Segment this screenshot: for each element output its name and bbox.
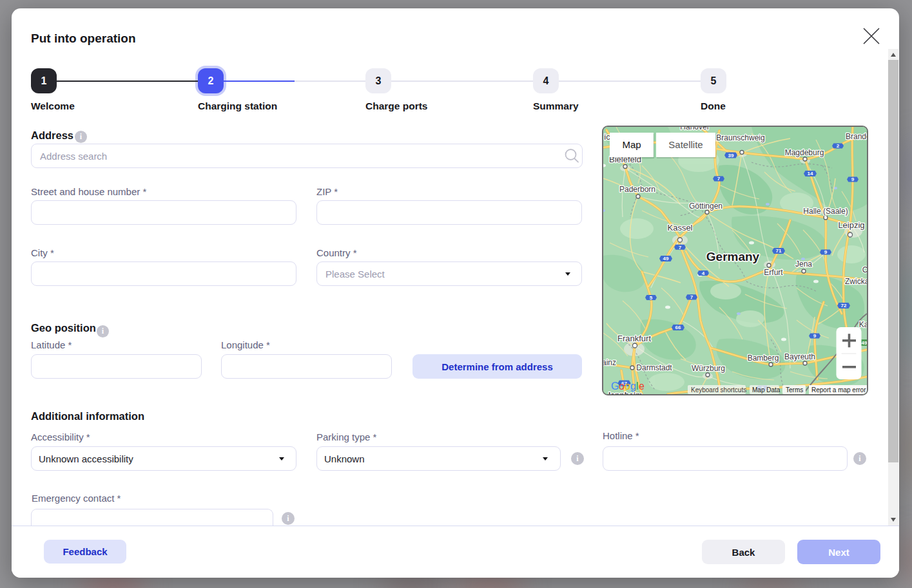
svg-text:Brandenb: Brandenb: [846, 132, 867, 141]
svg-text:9: 9: [813, 333, 817, 339]
svg-text:C: C: [862, 265, 867, 274]
svg-text:o: o: [619, 381, 625, 392]
svg-text:7: 7: [690, 294, 694, 300]
svg-text:Erfurt: Erfurt: [764, 268, 783, 277]
svg-text:14: 14: [808, 171, 813, 176]
svg-text:5: 5: [650, 295, 653, 301]
svg-text:o: o: [625, 381, 630, 392]
svg-text:g: g: [630, 381, 636, 392]
svg-text:Braunschweig: Braunschweig: [716, 133, 764, 142]
svg-text:9: 9: [851, 176, 855, 182]
svg-text:Map Data: Map Data: [752, 386, 781, 394]
svg-text:Satellite: Satellite: [668, 139, 703, 150]
svg-text:Kar: Kar: [859, 320, 867, 329]
svg-text:9: 9: [824, 249, 828, 255]
svg-text:Germany: Germany: [706, 250, 760, 263]
svg-text:66: 66: [675, 325, 681, 330]
svg-text:71: 71: [776, 248, 782, 254]
svg-text:Würzburg: Würzburg: [692, 364, 725, 373]
svg-text:Zwickau: Zwickau: [845, 277, 867, 286]
svg-text:e: e: [639, 381, 645, 392]
svg-text:ainz: ainz: [603, 358, 616, 367]
svg-text:Halle (Saale): Halle (Saale): [803, 207, 848, 216]
svg-text:4: 4: [702, 270, 705, 276]
svg-text:Paderborn: Paderborn: [619, 185, 655, 194]
svg-text:Leipzig: Leipzig: [838, 220, 864, 230]
svg-text:7: 7: [717, 176, 721, 182]
svg-text:Frankfurt: Frankfurt: [617, 334, 651, 343]
svg-text:Report a map error: Report a map error: [811, 386, 866, 394]
svg-text:2: 2: [837, 143, 840, 149]
svg-text:Keyboard shortcuts: Keyboard shortcuts: [691, 386, 746, 394]
svg-text:Magdeburg: Magdeburg: [785, 148, 824, 157]
svg-text:72: 72: [841, 303, 847, 308]
svg-text:Map: Map: [622, 139, 641, 150]
svg-text:7: 7: [679, 245, 682, 251]
svg-text:Kassel: Kassel: [667, 223, 692, 232]
svg-text:49: 49: [663, 256, 669, 261]
svg-text:Jena: Jena: [795, 260, 812, 269]
svg-text:39: 39: [728, 153, 734, 158]
svg-text:Darmstadt: Darmstadt: [636, 363, 672, 372]
svg-text:Bamberg: Bamberg: [748, 354, 779, 363]
svg-text:ic: ic: [604, 132, 610, 142]
svg-text:G: G: [611, 381, 619, 392]
svg-text:Bayreuth: Bayreuth: [784, 352, 815, 361]
svg-text:Hanover: Hanover: [680, 127, 709, 131]
svg-text:Göttingen: Göttingen: [689, 202, 723, 211]
svg-text:Terms: Terms: [786, 386, 803, 394]
svg-text:49: 49: [862, 340, 867, 346]
